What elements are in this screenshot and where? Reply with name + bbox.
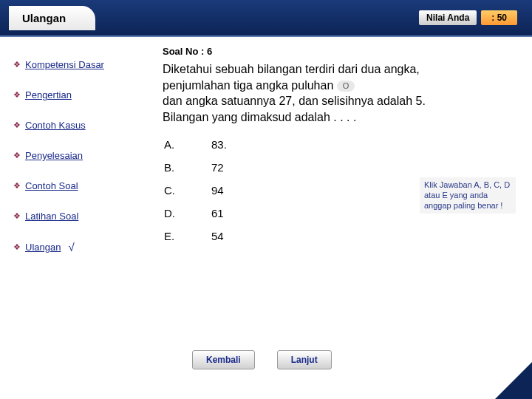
score-label: Nilai Anda — [419, 10, 477, 25]
option-b[interactable]: B. 72 — [164, 161, 517, 174]
page-tab: Ulangan — [9, 6, 95, 30]
diamond-icon: ❖ — [13, 242, 21, 252]
nav-label: Pengertian — [25, 89, 72, 100]
nav-label: Ulangan — [25, 242, 61, 253]
nav-label: Penyelesaian — [25, 150, 83, 161]
option-value: 54 — [211, 230, 224, 242]
nav-contoh-kasus[interactable]: ❖ Contoh Kasus — [13, 120, 140, 131]
diamond-icon: ❖ — [13, 151, 21, 160]
option-e[interactable]: E. 54 — [164, 230, 517, 242]
hint-text: Klik Jawaban A, B, C, D atau E yang anda… — [420, 177, 516, 214]
diamond-icon: ❖ — [13, 90, 21, 100]
option-value: 83. — [211, 138, 227, 151]
score-value: : 50 — [481, 10, 517, 25]
option-letter: A. — [164, 138, 182, 151]
question-line: dan angka satuannya 27, dan selisihnya a… — [163, 95, 426, 107]
question-number: Soal No : 6 — [163, 46, 517, 57]
nav-label: Kompetensi Dasar — [25, 59, 104, 70]
nav-latihan-soal[interactable]: ❖ Latihan Soal — [13, 211, 140, 222]
nav-kompetensi-dasar[interactable]: ❖ Kompetensi Dasar — [13, 59, 140, 70]
nav-pengertian[interactable]: ❖ Pengertian — [13, 89, 140, 100]
nav-label: Contoh Soal — [25, 180, 78, 191]
option-letter: E. — [164, 230, 182, 242]
question-text: Diketahui sebuah bilangan terdiri dari d… — [163, 61, 502, 125]
check-icon: √ — [68, 241, 74, 253]
header: Ulangan Nilai Anda : 50 — [0, 0, 532, 37]
nav-contoh-soal[interactable]: ❖ Contoh Soal — [13, 180, 140, 191]
option-letter: B. — [164, 161, 182, 174]
option-value: 61 — [211, 207, 224, 219]
corner-decoration — [495, 362, 532, 399]
nav-label: Contoh Kasus — [25, 120, 86, 131]
footer-buttons: Kembali Lanjut — [192, 350, 332, 369]
option-value: 94 — [211, 184, 224, 197]
diamond-icon: ❖ — [13, 181, 21, 191]
question-line: penjumlahan tiga angka puluhan — [163, 79, 333, 92]
nav-penyelesaian[interactable]: ❖ Penyelesaian — [13, 150, 140, 161]
question-line: Diketahui sebuah bilangan terdiri dari d… — [163, 63, 420, 75]
back-button[interactable]: Kembali — [192, 350, 255, 369]
question-inline-badge: O — [337, 81, 355, 92]
diamond-icon: ❖ — [13, 60, 21, 69]
diamond-icon: ❖ — [13, 211, 21, 221]
sidebar: ❖ Kompetensi Dasar ❖ Pengertian ❖ Contoh… — [0, 37, 148, 399]
option-a[interactable]: A. 83. — [164, 138, 517, 151]
score-box: Nilai Anda : 50 — [419, 10, 517, 25]
question-line: Bilangan yang dimaksud adalah . . . . — [163, 111, 356, 123]
diamond-icon: ❖ — [13, 120, 21, 130]
option-value: 72 — [211, 161, 224, 174]
option-letter: D. — [164, 207, 182, 219]
main-content: Soal No : 6 Diketahui sebuah bilangan te… — [148, 37, 532, 399]
nav-ulangan[interactable]: ❖ Ulangan √ — [13, 241, 140, 253]
nav-label: Latihan Soal — [25, 211, 78, 222]
option-letter: C. — [164, 184, 182, 197]
next-button[interactable]: Lanjut — [277, 350, 332, 369]
